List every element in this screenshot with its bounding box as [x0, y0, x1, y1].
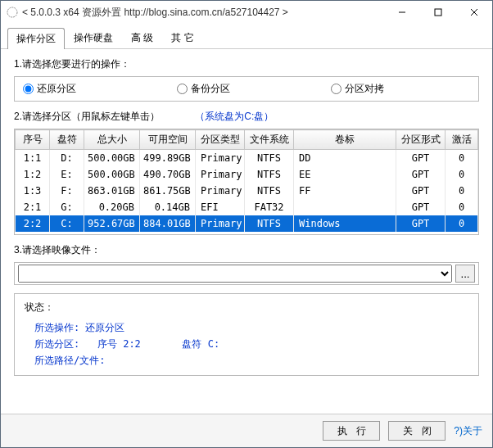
cell-drive: E:: [50, 166, 84, 183]
titlebar: < 5.0.0.3 x64 资源外置 http://blog.sina.com.…: [1, 1, 492, 24]
about-link[interactable]: ?)关于: [454, 424, 482, 438]
partition-label-text: 2.请选择分区（用鼠标左键单击）: [14, 111, 160, 122]
cell-drive: C:: [50, 215, 84, 232]
system-disk-hint: （系统盘为C:盘）: [195, 111, 274, 122]
cell-seq: 1:1: [16, 150, 50, 167]
cell-free: 499.89GB: [140, 150, 196, 167]
window-title: < 5.0.0.3 x64 资源外置 http://blog.sina.com.…: [22, 6, 384, 20]
cell-ptype: Primary: [196, 166, 245, 183]
content-area: 1.请选择您要进行的操作： 还原分区 备份分区 分区对拷 2.请选择分区（用鼠标…: [1, 49, 492, 414]
svg-point-0: [7, 7, 17, 17]
cell-active: 0: [446, 215, 478, 232]
th-active[interactable]: 激活: [446, 130, 478, 150]
cell-active: 0: [446, 166, 478, 183]
image-select[interactable]: [18, 265, 452, 283]
tab-operate-partition[interactable]: 操作分区: [7, 28, 65, 49]
radio-backup-label: 备份分区: [191, 82, 230, 96]
cell-drive: D:: [50, 150, 84, 167]
partition-table-wrap: 序号 盘符 总大小 可用空间 分区类型 文件系统 卷标 分区形式 激活 1:1D…: [14, 129, 479, 235]
maximize-button[interactable]: [420, 1, 456, 24]
cell-ptype: EFI: [196, 199, 245, 215]
cell-seq: 2:1: [16, 199, 50, 215]
cell-scheme: GPT: [396, 215, 446, 232]
cell-free: 861.75GB: [140, 183, 196, 199]
cell-active: 0: [446, 150, 478, 167]
cell-fs: NTFS: [245, 215, 294, 232]
cell-fs: FAT32: [245, 199, 294, 215]
cell-total: 500.00GB: [84, 166, 140, 183]
cell-ptype: Primary: [196, 183, 245, 199]
app-icon: [6, 6, 19, 19]
minimize-button[interactable]: [384, 1, 420, 24]
cell-drive: F:: [50, 183, 84, 199]
cell-total: 952.67GB: [84, 215, 140, 232]
cell-scheme: GPT: [396, 199, 446, 215]
th-vol[interactable]: 卷标: [294, 130, 396, 150]
radio-restore[interactable]: 还原分区: [23, 82, 170, 96]
cell-total: 0.20GB: [84, 199, 140, 215]
browse-button[interactable]: ...: [455, 265, 475, 283]
th-drive[interactable]: 盘符: [50, 130, 84, 150]
cell-seq: 1:3: [16, 183, 50, 199]
th-free[interactable]: 可用空间: [140, 130, 196, 150]
cell-vol: [294, 199, 396, 215]
cell-fs: NTFS: [245, 166, 294, 183]
svg-rect-2: [435, 9, 441, 16]
radio-backup[interactable]: 备份分区: [177, 82, 324, 96]
cell-seq: 1:2: [16, 166, 50, 183]
radio-copy-input[interactable]: [331, 84, 341, 94]
status-box: 状态： 所选操作: 还原分区 所选分区: 序号 2:2 盘符 C: 所选路径/文…: [14, 293, 479, 376]
footer: 执 行 关 闭 ?)关于: [1, 414, 492, 447]
cell-free: 0.14GB: [140, 199, 196, 215]
cell-active: 0: [446, 183, 478, 199]
tab-operate-disk[interactable]: 操作硬盘: [65, 27, 122, 48]
cell-free: 490.70GB: [140, 166, 196, 183]
th-total[interactable]: 总大小: [84, 130, 140, 150]
close-button[interactable]: [456, 1, 492, 24]
th-scheme[interactable]: 分区形式: [396, 130, 446, 150]
cell-ptype: Primary: [196, 150, 245, 167]
status-path: 所选路径/文件:: [25, 352, 468, 369]
radio-restore-input[interactable]: [23, 84, 34, 94]
radio-restore-label: 还原分区: [37, 82, 76, 96]
tab-bar: 操作分区 操作硬盘 高 级 其 它: [1, 24, 492, 49]
th-seq[interactable]: 序号: [16, 130, 50, 150]
partition-label: 2.请选择分区（用鼠标左键单击） （系统盘为C:盘）: [14, 110, 479, 124]
section-partition: 2.请选择分区（用鼠标左键单击） （系统盘为C:盘） 序号 盘符 总大小 可用空…: [14, 110, 479, 235]
cell-active: 0: [446, 199, 478, 215]
operation-label: 1.请选择您要进行的操作：: [14, 57, 479, 71]
operation-radio-row: 还原分区 备份分区 分区对拷: [14, 76, 479, 102]
cell-seq: 2:2: [16, 215, 50, 232]
table-row[interactable]: 2:1G:0.20GB0.14GBEFIFAT32GPT0: [16, 199, 478, 215]
radio-backup-input[interactable]: [177, 84, 188, 94]
table-header-row: 序号 盘符 总大小 可用空间 分区类型 文件系统 卷标 分区形式 激活: [16, 130, 478, 150]
main-window: < 5.0.0.3 x64 资源外置 http://blog.sina.com.…: [0, 0, 493, 448]
table-row[interactable]: 1:3F:863.01GB861.75GBPrimaryNTFSFFGPT0: [16, 183, 478, 199]
cell-vol: EE: [294, 166, 396, 183]
cell-vol: Windows: [294, 215, 396, 232]
image-label: 3.请选择映像文件：: [14, 243, 479, 257]
th-fs[interactable]: 文件系统: [245, 130, 294, 150]
cell-total: 500.00GB: [84, 150, 140, 167]
tab-advanced[interactable]: 高 级: [122, 27, 162, 48]
radio-copy-label: 分区对拷: [345, 82, 384, 96]
radio-copy[interactable]: 分区对拷: [331, 82, 478, 96]
status-title: 状态：: [25, 301, 468, 315]
close-dialog-button[interactable]: 关 闭: [388, 421, 446, 441]
table-row[interactable]: 1:2E:500.00GB490.70GBPrimaryNTFSEEGPT0: [16, 166, 478, 183]
th-ptype[interactable]: 分区类型: [196, 130, 245, 150]
cell-fs: NTFS: [245, 150, 294, 167]
tab-other[interactable]: 其 它: [162, 27, 202, 48]
status-operation: 所选操作: 还原分区: [25, 319, 468, 336]
cell-vol: DD: [294, 150, 396, 167]
execute-button[interactable]: 执 行: [323, 421, 380, 441]
cell-scheme: GPT: [396, 150, 446, 167]
cell-ptype: Primary: [196, 215, 245, 232]
section-image: 3.请选择映像文件： ...: [14, 243, 479, 285]
partition-table[interactable]: 序号 盘符 总大小 可用空间 分区类型 文件系统 卷标 分区形式 激活 1:1D…: [15, 129, 478, 232]
table-row[interactable]: 1:1D:500.00GB499.89GBPrimaryNTFSDDGPT0: [16, 150, 478, 167]
image-select-row: ...: [14, 262, 479, 285]
table-row[interactable]: 2:2C:952.67GB884.01GBPrimaryNTFSWindowsG…: [16, 215, 478, 232]
cell-total: 863.01GB: [84, 183, 140, 199]
window-controls: [384, 1, 492, 24]
